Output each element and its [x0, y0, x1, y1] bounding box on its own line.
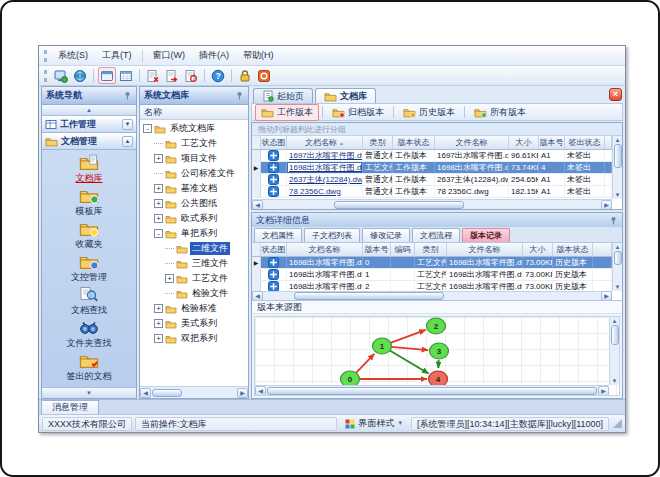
tree-item[interactable]: +检验标准	[140, 301, 248, 316]
menu-item[interactable]: 工具(T)	[95, 47, 139, 64]
sidebar-item-template-library[interactable]: 模板库	[44, 186, 134, 219]
scroll-down-icon[interactable]: ▼	[615, 192, 621, 198]
history-version-button[interactable]: 历史版本	[397, 104, 461, 121]
scroll-up-icon[interactable]: ▲	[612, 318, 618, 324]
pushpin-icon[interactable]	[609, 216, 618, 225]
sidebar-item-favorites[interactable]: 收藏夹	[44, 219, 134, 252]
help-icon[interactable]: ?	[209, 67, 227, 84]
cell-text[interactable]: 1697出水嘴零件图.dwg	[289, 150, 363, 161]
nav-group-item[interactable]: 工作管理▼	[42, 116, 136, 133]
column-header[interactable]: 状态图	[261, 243, 287, 256]
lock-icon[interactable]	[236, 67, 254, 84]
version-grid-vscrollbar[interactable]: ▲ ▼	[612, 243, 622, 291]
scroll-thumb[interactable]	[614, 251, 622, 265]
scroll-left-icon[interactable]: ◀	[252, 291, 263, 301]
expand-icon[interactable]: +	[165, 274, 174, 283]
tree-column-header[interactable]: 名称	[140, 105, 248, 120]
interface-style-button[interactable]: 界面样式 ▼	[340, 417, 408, 431]
expand-icon[interactable]: +	[154, 154, 163, 163]
table-row[interactable]: ▶1698出水嘴零件图.dwg工艺文件工作版本1698出水嘴零件图.dwg73.…	[252, 162, 612, 174]
menu-item[interactable]: 窗口(W)	[146, 47, 193, 64]
column-header[interactable]: 文档名称▲	[287, 136, 363, 149]
scroll-right-icon[interactable]: ▶	[601, 200, 612, 210]
table-row[interactable]: 1698出水嘴零件图.dwg2工艺文件1698出水嘴零件图.dwg73.00KB…	[252, 281, 612, 291]
table-row[interactable]: 1698出水嘴零件图.dwg1工艺文件1698出水嘴零件图.dwg73.00KB…	[252, 269, 612, 281]
tree-item[interactable]: +双把系列	[140, 331, 248, 346]
nav-collapse-bottom[interactable]: ▼	[42, 387, 136, 398]
table-row[interactable]: ▶1698出水嘴零件图.dwg0工艺文件1698出水嘴零件图.dwg73.00K…	[252, 257, 612, 269]
work-version-button[interactable]: 工作版本	[255, 104, 319, 121]
tree-item[interactable]: 公司标准文件	[140, 166, 248, 181]
archive-version-button[interactable]: 归档版本	[326, 104, 390, 121]
column-header[interactable]: 文档名称	[287, 243, 363, 256]
column-header[interactable]: 版本号	[363, 243, 391, 256]
cell-text[interactable]: 2637主体(12284).dwg	[289, 174, 363, 185]
detail-tab[interactable]: 文档流程	[412, 228, 460, 242]
scroll-right-icon[interactable]: ▶	[237, 388, 248, 398]
tree-item[interactable]: +项目文件	[140, 151, 248, 166]
scroll-left-icon[interactable]: ◀	[252, 200, 263, 210]
expand-icon[interactable]: +	[154, 184, 163, 193]
sidebar-item-checked-out[interactable]: 签出的文档	[44, 351, 134, 384]
group-by-hint[interactable]: 拖动列标题到此进行分组	[252, 123, 622, 136]
tree-item[interactable]: -系统文档库	[140, 121, 248, 136]
scroll-left-icon[interactable]: ◀	[140, 388, 151, 398]
menu-item[interactable]: 系统(S)	[51, 47, 95, 64]
tab-message-management[interactable]: 消息管理	[41, 400, 99, 414]
scroll-up-icon[interactable]: ▲	[615, 137, 621, 143]
table-row[interactable]: 1697出水嘴零件图.dwg普通文档工作版本1697出水嘴零件图.dwg96.6…	[252, 150, 612, 162]
menu-item[interactable]: 帮助(H)	[236, 47, 281, 64]
column-header[interactable]: 状态图	[261, 136, 287, 149]
column-header[interactable]: 签出状态	[565, 136, 605, 149]
menu-item[interactable]: 插件(A)	[192, 47, 236, 64]
sidebar-item-doc-search[interactable]: 文档查找	[44, 285, 134, 318]
graph-hscrollbar[interactable]: ◀ ▶	[255, 385, 609, 395]
detail-tab[interactable]: 文档属性	[254, 228, 302, 242]
scroll-up-icon[interactable]: ▲	[615, 244, 621, 250]
version-graph-canvas[interactable]: 01234	[255, 317, 613, 391]
tree-item[interactable]: +基准文档	[140, 181, 248, 196]
scroll-thumb[interactable]	[334, 201, 464, 209]
tree-item[interactable]: 三维文件	[140, 256, 248, 271]
cell-text[interactable]: 78 2356C.dwg	[289, 187, 341, 196]
chevron-up-icon[interactable]: ▲	[122, 136, 133, 147]
column-header[interactable]: 大小	[509, 136, 539, 149]
tree-hscrollbar[interactable]: ◀ ▶	[140, 386, 248, 398]
expand-icon[interactable]: +	[154, 334, 163, 343]
tree-item[interactable]: +美式系列	[140, 316, 248, 331]
tree-item[interactable]: +欧式系列	[140, 211, 248, 226]
doc-refresh-icon[interactable]	[182, 67, 200, 84]
scroll-down-icon[interactable]: ▼	[612, 378, 618, 384]
doc-close-icon[interactable]	[144, 67, 162, 84]
graph-vscrollbar[interactable]: ▲ ▼	[609, 317, 619, 385]
column-header[interactable]: 编码	[391, 243, 415, 256]
scroll-left-icon[interactable]: ◀	[255, 386, 266, 396]
version-grid-hscrollbar[interactable]: ◀ ▶	[252, 291, 612, 300]
collapse-icon[interactable]: -	[143, 124, 152, 133]
monitor-icon[interactable]	[52, 67, 70, 84]
window-icon[interactable]	[98, 67, 116, 84]
scroll-right-icon[interactable]: ▶	[601, 291, 612, 301]
scroll-thumb[interactable]	[614, 144, 622, 168]
column-header[interactable]: 版本号	[539, 136, 565, 149]
sidebar-item-folder-search[interactable]: 文件夹查找	[44, 318, 134, 351]
column-header[interactable]: 版本状态	[393, 136, 435, 149]
tree-item[interactable]: 工艺文件	[140, 136, 248, 151]
detail-tab[interactable]: 子文档列表	[304, 228, 360, 242]
all-version-button[interactable]: 所有版本	[468, 104, 532, 121]
sidebar-item-doc-library[interactable]: 文档库	[44, 153, 134, 186]
column-header[interactable]: 大小	[523, 243, 553, 256]
column-header[interactable]: 文件名称	[435, 136, 509, 149]
column-header[interactable]: 版本状态	[553, 243, 593, 256]
chevron-down-icon[interactable]: ▼	[122, 119, 133, 130]
scroll-down-icon[interactable]: ▼	[615, 284, 621, 290]
pushpin-icon[interactable]	[235, 91, 244, 100]
toolbar-grip[interactable]	[44, 50, 47, 62]
doc-export-icon[interactable]	[163, 67, 181, 84]
detail-tab[interactable]: 版本记录	[462, 228, 510, 242]
pushpin-icon[interactable]	[123, 91, 132, 100]
scroll-thumb[interactable]	[294, 292, 444, 300]
expand-icon[interactable]: +	[154, 214, 163, 223]
tab-document-library[interactable]: 文档库	[315, 88, 376, 103]
scroll-thumb[interactable]	[611, 325, 619, 345]
